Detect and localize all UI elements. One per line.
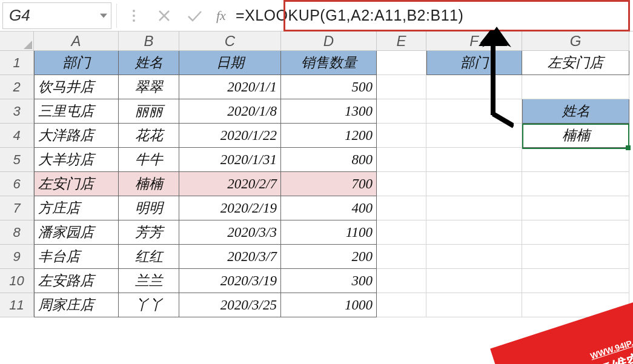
col-header-D[interactable]: D bbox=[281, 31, 377, 51]
fx-icon[interactable]: fx bbox=[216, 8, 226, 24]
row-header-10[interactable]: 10 bbox=[0, 269, 34, 293]
cell-B6[interactable]: 楠楠 bbox=[119, 172, 179, 196]
cell-F4[interactable] bbox=[426, 124, 522, 148]
cell-D2[interactable]: 500 bbox=[281, 75, 377, 99]
name-box[interactable]: G4 bbox=[2, 2, 111, 29]
row-header-2[interactable]: 2 bbox=[0, 75, 34, 99]
cell-G9[interactable] bbox=[522, 245, 629, 269]
cancel-icon[interactable] bbox=[156, 7, 173, 24]
cell-A6[interactable]: 左安门店 bbox=[34, 172, 119, 196]
cell-D10[interactable]: 300 bbox=[281, 269, 377, 293]
cell-A7[interactable]: 方庄店 bbox=[34, 196, 119, 220]
cell-B1[interactable]: 姓名 bbox=[119, 51, 179, 75]
cell-E7[interactable] bbox=[377, 196, 426, 220]
cell-F9[interactable] bbox=[426, 245, 522, 269]
cell-F1[interactable]: 部门 bbox=[426, 51, 522, 75]
cell-E11[interactable] bbox=[377, 293, 426, 317]
dots-icon[interactable] bbox=[125, 7, 142, 24]
row-header-6[interactable]: 6 bbox=[0, 172, 34, 196]
cell-G10[interactable] bbox=[522, 269, 629, 293]
cell-F2[interactable] bbox=[426, 75, 522, 99]
cell-C11[interactable]: 2020/3/25 bbox=[179, 293, 281, 317]
cell-D8[interactable]: 1100 bbox=[281, 220, 377, 245]
col-header-B[interactable]: B bbox=[119, 31, 179, 51]
cell-D6[interactable]: 700 bbox=[281, 172, 377, 196]
cell-E9[interactable] bbox=[377, 245, 426, 269]
cell-F3[interactable] bbox=[426, 99, 522, 124]
cell-B4[interactable]: 花花 bbox=[119, 124, 179, 148]
cell-G3[interactable]: 姓名 bbox=[522, 99, 629, 124]
cell-G2[interactable] bbox=[522, 75, 629, 99]
select-all-corner[interactable] bbox=[0, 31, 34, 51]
cell-G7[interactable] bbox=[522, 196, 629, 220]
cell-B5[interactable]: 牛牛 bbox=[119, 148, 179, 172]
col-header-A[interactable]: A bbox=[34, 31, 119, 51]
cell-G6[interactable] bbox=[522, 172, 629, 196]
cell-C6[interactable]: 2020/2/7 bbox=[179, 172, 281, 196]
cell-C8[interactable]: 2020/3/3 bbox=[179, 220, 281, 245]
cell-E3[interactable] bbox=[377, 99, 426, 124]
cell-E2[interactable] bbox=[377, 75, 426, 99]
row-header-9[interactable]: 9 bbox=[0, 245, 34, 269]
cell-F10[interactable] bbox=[426, 269, 522, 293]
cell-C1[interactable]: 日期 bbox=[179, 51, 281, 75]
cell-B8[interactable]: 芳芳 bbox=[119, 220, 179, 245]
cell-G1[interactable]: 左安门店 bbox=[522, 51, 629, 75]
cell-C7[interactable]: 2020/2/19 bbox=[179, 196, 281, 220]
cell-B7[interactable]: 明明 bbox=[119, 196, 179, 220]
cell-F5[interactable] bbox=[426, 148, 522, 172]
cell-E1[interactable] bbox=[377, 51, 426, 75]
col-header-G[interactable]: G bbox=[522, 31, 629, 51]
cell-A2[interactable]: 饮马井店 bbox=[34, 75, 119, 99]
cell-B2[interactable]: 翠翠 bbox=[119, 75, 179, 99]
cell-A4[interactable]: 大洋路店 bbox=[34, 124, 119, 148]
cell-B10[interactable]: 兰兰 bbox=[119, 269, 179, 293]
cell-E10[interactable] bbox=[377, 269, 426, 293]
cell-D4[interactable]: 1200 bbox=[281, 124, 377, 148]
confirm-icon[interactable] bbox=[186, 7, 203, 24]
row-header-3[interactable]: 3 bbox=[0, 99, 34, 124]
row-header-11[interactable]: 11 bbox=[0, 293, 34, 317]
cell-F6[interactable] bbox=[426, 172, 522, 196]
cell-D3[interactable]: 1300 bbox=[281, 99, 377, 124]
cell-E5[interactable] bbox=[377, 148, 426, 172]
spreadsheet-grid[interactable]: A B C D E F G 1 部门 姓名 日期 销售数量 部门 左安门店 2饮… bbox=[0, 31, 633, 317]
cell-A11[interactable]: 周家庄店 bbox=[34, 293, 119, 317]
cell-C3[interactable]: 2020/1/8 bbox=[179, 99, 281, 124]
row-header-5[interactable]: 5 bbox=[0, 148, 34, 172]
cell-B3[interactable]: 丽丽 bbox=[119, 99, 179, 124]
cell-A10[interactable]: 左安路店 bbox=[34, 269, 119, 293]
cell-D5[interactable]: 800 bbox=[281, 148, 377, 172]
cell-D11[interactable]: 1000 bbox=[281, 293, 377, 317]
cell-E6[interactable] bbox=[377, 172, 426, 196]
cell-C2[interactable]: 2020/1/1 bbox=[179, 75, 281, 99]
cell-E4[interactable] bbox=[377, 124, 426, 148]
cell-D1[interactable]: 销售数量 bbox=[281, 51, 377, 75]
cell-C4[interactable]: 2020/1/22 bbox=[179, 124, 281, 148]
col-header-E[interactable]: E bbox=[377, 31, 426, 51]
col-header-C[interactable]: C bbox=[179, 31, 281, 51]
cell-C10[interactable]: 2020/3/19 bbox=[179, 269, 281, 293]
cell-D9[interactable]: 200 bbox=[281, 245, 377, 269]
cell-A9[interactable]: 丰台店 bbox=[34, 245, 119, 269]
chevron-down-icon[interactable] bbox=[100, 13, 107, 18]
row-header-1[interactable]: 1 bbox=[0, 51, 34, 75]
cell-E8[interactable] bbox=[377, 220, 426, 245]
formula-input[interactable]: =XLOOKUP(G1,A2:A11,B2:B11) bbox=[232, 4, 633, 28]
col-header-F[interactable]: F bbox=[426, 31, 522, 51]
cell-G8[interactable] bbox=[522, 220, 629, 245]
row-header-4[interactable]: 4 bbox=[0, 124, 34, 148]
cell-B11[interactable]: 丫丫 bbox=[119, 293, 179, 317]
cell-C5[interactable]: 2020/1/31 bbox=[179, 148, 281, 172]
cell-G5[interactable] bbox=[522, 148, 629, 172]
cell-F11[interactable] bbox=[426, 293, 522, 317]
cell-F8[interactable] bbox=[426, 220, 522, 245]
cell-C9[interactable]: 2020/3/7 bbox=[179, 245, 281, 269]
cell-B9[interactable]: 红红 bbox=[119, 245, 179, 269]
cell-D7[interactable]: 400 bbox=[281, 196, 377, 220]
cell-A1[interactable]: 部门 bbox=[34, 51, 119, 75]
cell-A3[interactable]: 三里屯店 bbox=[34, 99, 119, 124]
cell-G4[interactable]: 楠楠 bbox=[522, 124, 629, 148]
cell-A8[interactable]: 潘家园店 bbox=[34, 220, 119, 245]
cell-A5[interactable]: 大羊坊店 bbox=[34, 148, 119, 172]
